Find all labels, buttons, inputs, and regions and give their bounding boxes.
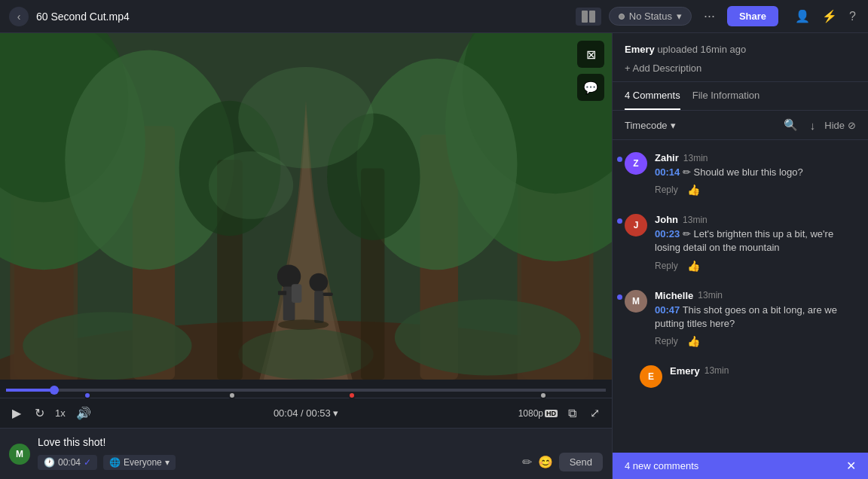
more-button[interactable]: ··· <box>699 5 720 27</box>
comment-body: John 13min 00:23 ✏ Let's brighten this u… <box>655 214 856 271</box>
emoji-button[interactable]: 😊 <box>538 455 553 469</box>
comment-time: 13min <box>683 215 708 225</box>
comment-content: 00:47 This shot goes on a bit long, are … <box>655 304 856 331</box>
storyboard-button[interactable] <box>576 8 601 26</box>
svg-point-28 <box>278 319 329 329</box>
like-button[interactable]: 👍 <box>687 260 700 272</box>
avatar: E <box>640 365 662 388</box>
comment-input[interactable] <box>38 436 603 448</box>
comment-overlay-button[interactable]: 💬 <box>577 74 604 101</box>
marker-2 <box>228 392 236 399</box>
comment-actions: Reply 👍 <box>655 260 856 272</box>
progress-bar-container[interactable] <box>0 380 612 398</box>
progress-fill <box>6 389 54 392</box>
comment-item: J John 13min 00:23 ✏ Let's brighten this… <box>613 205 868 280</box>
add-description-button[interactable]: + Add Description <box>625 63 701 74</box>
speed-button[interactable]: 1x <box>55 407 66 419</box>
reply-button[interactable]: Reply <box>655 261 678 271</box>
status-label: No Status <box>629 11 672 22</box>
timecode-badge[interactable]: 🕐 00:04 ✓ <box>38 455 97 470</box>
storyboard-icon <box>582 11 595 23</box>
banner-close-button[interactable]: ✕ <box>846 459 856 473</box>
help-icon-button[interactable]: ? <box>846 6 859 26</box>
like-button[interactable]: 👍 <box>687 184 700 196</box>
edit-icon: ✏ <box>683 166 694 178</box>
video-container[interactable]: ⊠ 💬 <box>0 33 612 380</box>
comment-input-wrapper: 🕐 00:04 ✓ 🌐 Everyone ▾ ✏ 😊 Send <box>38 436 603 471</box>
comment-body: Zahir 13min 00:14 ✏ Should we blur this … <box>655 152 856 196</box>
back-button[interactable]: ‹ <box>9 7 29 26</box>
status-dot <box>619 14 625 20</box>
comment-content: 00:23 ✏ Let's brighten this up a bit, we… <box>655 227 856 255</box>
comment-timecode[interactable]: 00:47 <box>655 304 680 316</box>
upload-time: uploaded 16min ago <box>657 44 746 55</box>
progress-track[interactable] <box>6 389 606 392</box>
download-button[interactable]: ↓ <box>807 117 819 133</box>
comment-timecode[interactable]: 00:14 <box>655 166 680 178</box>
fullscreen-overlay-button[interactable]: ⊠ <box>577 41 604 68</box>
bolt-icon-button[interactable]: ⚡ <box>819 6 840 26</box>
svg-rect-24 <box>292 284 301 303</box>
marker-3 <box>348 392 356 399</box>
timecode-filter-chevron-icon: ▾ <box>671 120 676 131</box>
svg-point-15 <box>395 299 581 375</box>
share-button[interactable]: Share <box>727 6 778 26</box>
comment-content: 00:14 ✏ Should we blur this logo? <box>655 166 856 179</box>
comment-actions: Reply 👍 <box>655 184 856 196</box>
comments-list: Z Zahir 13min 00:14 ✏ Should we blur thi… <box>613 140 868 453</box>
comment-header: Zahir 13min <box>655 152 856 163</box>
right-header: Emery uploaded 16min ago + Add Descripti… <box>613 33 868 82</box>
progress-thumb <box>50 386 59 395</box>
check-icon: ✓ <box>84 457 91 468</box>
right-tabs: 4 Comments File Information <box>613 82 868 111</box>
main-area: ⊠ 💬 ▶ ↻ 1x 🔊 00:04 <box>0 33 868 479</box>
timecode-filter-button[interactable]: Timecode ▾ <box>625 120 676 131</box>
volume-button[interactable]: 🔊 <box>73 403 94 423</box>
reply-button[interactable]: Reply <box>655 185 678 195</box>
quality-button[interactable]: 1080p HD <box>518 408 558 419</box>
comment-author: Michelle <box>655 290 693 301</box>
comment-author: John <box>655 214 678 225</box>
comment-header: John 13min <box>655 214 856 225</box>
status-button[interactable]: No Status ▾ <box>609 7 692 26</box>
reply-button[interactable]: Reply <box>655 336 678 346</box>
avatar: J <box>625 214 647 236</box>
hide-button[interactable]: Hide ⊘ <box>824 120 856 131</box>
time-display: 00:04 / 00:53 ▾ <box>102 407 511 419</box>
left-panel: ⊠ 💬 ▶ ↻ 1x 🔊 00:04 <box>0 33 612 479</box>
audience-badge[interactable]: 🌐 Everyone ▾ <box>103 455 176 470</box>
comment-author: Zahir <box>655 152 679 163</box>
loop-button[interactable]: ↻ <box>32 403 47 423</box>
comment-body: Emery 13min <box>670 365 856 388</box>
expand-button[interactable]: ⤢ <box>587 403 603 423</box>
user-icon-button[interactable]: 👤 <box>792 6 813 26</box>
progress-track-wrapper[interactable] <box>6 389 606 401</box>
svg-point-16 <box>238 329 374 380</box>
send-button[interactable]: Send <box>559 453 603 471</box>
edit-icon: ✏ <box>683 228 694 240</box>
uploader-name: Emery <box>625 44 655 55</box>
tab-comments[interactable]: 4 Comments <box>625 90 680 110</box>
avatar: Z <box>625 152 647 175</box>
video-background <box>0 33 612 380</box>
draw-button[interactable]: ✏ <box>522 455 532 469</box>
pip-button[interactable]: ⧉ <box>565 404 579 423</box>
comment-timecode[interactable]: 00:23 <box>655 228 680 240</box>
search-button[interactable]: 🔍 <box>781 117 801 133</box>
play-button[interactable]: ▶ <box>9 403 24 423</box>
unread-dot <box>617 294 622 300</box>
hide-circle-icon: ⊘ <box>848 120 856 131</box>
comment-item: E Emery 13min <box>628 356 868 397</box>
tab-file-info[interactable]: File Information <box>692 90 760 110</box>
like-button[interactable]: 👍 <box>687 335 700 347</box>
comment-actions: Reply 👍 <box>655 335 856 347</box>
new-comments-label: 4 new comments <box>625 460 698 471</box>
svg-point-14 <box>23 312 191 380</box>
clock-icon: 🕐 <box>44 457 55 468</box>
right-panel: Emery uploaded 16min ago + Add Descripti… <box>612 33 868 479</box>
new-comments-banner[interactable]: 4 new comments ✕ <box>613 453 868 479</box>
chevron-down-icon: ▾ <box>677 11 682 22</box>
comment-header: Emery 13min <box>670 365 856 377</box>
unread-dot <box>617 157 622 162</box>
marker-4 <box>539 392 547 399</box>
